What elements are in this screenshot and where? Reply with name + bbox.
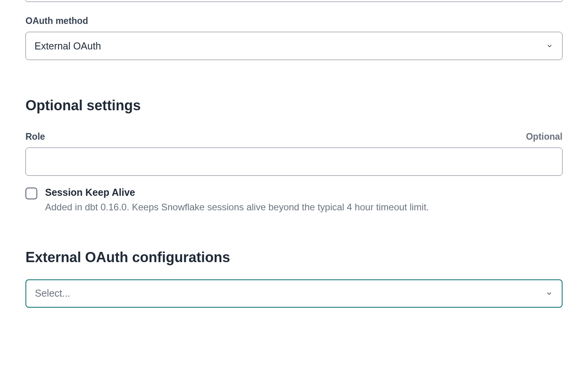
optional-settings-heading: Optional settings <box>25 97 563 114</box>
session-keep-alive-checkbox[interactable] <box>25 188 37 199</box>
session-keep-alive-title: Session Keep Alive <box>45 187 563 198</box>
partial-field-above <box>25 0 563 2</box>
chevron-down-icon <box>546 42 554 50</box>
oauth-method-label: OAuth method <box>25 16 563 26</box>
role-label-row: Role Optional <box>25 131 563 142</box>
session-keep-alive-row: Session Keep Alive Added in dbt 0.16.0. … <box>25 187 563 214</box>
external-oauth-heading: External OAuth configurations <box>25 249 563 266</box>
role-field: Role Optional <box>25 131 563 176</box>
external-oauth-placeholder: Select... <box>35 288 70 299</box>
role-input[interactable] <box>25 148 563 176</box>
session-keep-alive-description: Added in dbt 0.16.0. Keeps Snowflake ses… <box>45 201 563 214</box>
external-oauth-select[interactable]: Select... <box>25 279 563 308</box>
session-keep-alive-content: Session Keep Alive Added in dbt 0.16.0. … <box>45 187 563 214</box>
chevron-down-icon <box>545 290 553 297</box>
oauth-method-select[interactable]: External OAuth <box>25 32 563 60</box>
role-label: Role <box>25 131 45 142</box>
oauth-method-field: OAuth method External OAuth <box>25 16 563 60</box>
oauth-method-value: External OAuth <box>34 40 101 52</box>
role-optional-text: Optional <box>526 131 563 142</box>
external-oauth-dropdown-container: Select... Okta (dev-04983487) <box>25 279 563 308</box>
